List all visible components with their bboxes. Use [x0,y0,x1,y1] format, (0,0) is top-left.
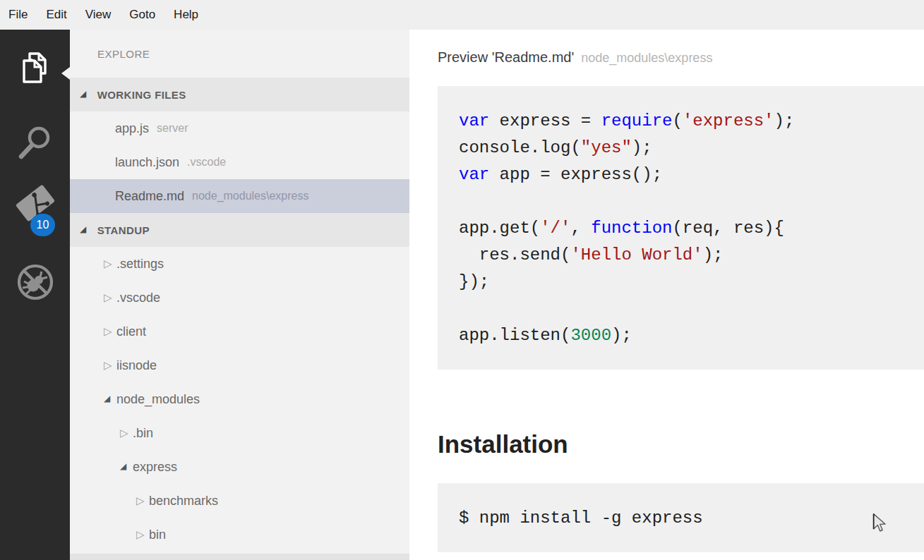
activity-bar: 10 [0,30,70,560]
twisty-collapsed-icon: ▷ [136,494,149,507]
no-bug-debug-icon [16,262,55,305]
menu-item-file[interactable]: File [8,0,28,30]
shell-command: $ npm install -g express [459,509,703,528]
folder-name: .settings [116,257,164,272]
code-line: var app = express(); [459,162,924,188]
tree-item-benchmarks[interactable]: ▷benchmarks [70,484,409,518]
twisty-collapsed-icon: ▷ [104,325,116,338]
tree-item-.vscode[interactable]: ▷.vscode [70,281,409,315]
explorer-sidebar: EXPLORE ◢ WORKING FILES app.jsserverlaun… [70,30,409,560]
twisty-collapsed-icon: ▷ [104,257,116,270]
code-lines: var express = require('express');console… [459,108,924,349]
active-view-arrow-icon [61,67,70,80]
file-path-detail: node_modules\express [192,190,308,202]
sidebar-horizontal-scrollbar[interactable] [70,554,409,560]
section-header-standup[interactable]: ◢ STANDUP [70,213,409,247]
working-files-list: app.jsserverlaunch.json.vscodeReadme.mdn… [70,111,409,213]
code-line [459,188,924,215]
tree-item-bin[interactable]: ▷bin [70,518,409,552]
file-name: launch.json [115,155,179,170]
mouse-cursor-icon [871,512,889,536]
folder-name: node_modules [116,392,200,407]
menu-item-help[interactable]: Help [174,0,198,30]
tree-item-express[interactable]: ◢express [70,450,409,484]
twisty-collapsed-icon: ▷ [104,359,116,372]
folder-tree: ▷.settings▷.vscode▷client▷iisnode◢node_m… [70,247,409,552]
code-line: }); [459,269,924,296]
code-line [459,296,924,322]
file-name: Readme.md [115,189,184,204]
tree-item-iisnode[interactable]: ▷iisnode [70,348,409,382]
folder-name: bin [149,528,166,542]
tree-item-.bin[interactable]: ▷.bin [70,416,409,450]
git-pending-changes-badge: 10 [30,214,55,236]
file-item-app.js[interactable]: app.jsserver [70,111,409,145]
twisty-collapsed-icon: ▷ [120,427,133,439]
menu-item-view[interactable]: View [85,0,112,30]
code-line: app.get('/', function(req, res){ [459,215,924,242]
folder-name: .bin [133,426,153,441]
twisty-collapsed-icon: ▷ [104,291,116,304]
folder-name: client [116,324,146,339]
folder-name: .vscode [116,291,160,305]
file-item-Readme.md[interactable]: Readme.mdnode_modules\express [70,179,409,213]
code-line: console.log("yes"); [459,135,924,162]
sidebar-title: EXPLORE [70,30,409,78]
search-icon [17,124,54,165]
shell-code-block: $ npm install -g express [438,483,924,552]
preview-title-text: Preview 'Readme.md' [438,49,574,65]
preview-title: Preview 'Readme.md'node_modules\express [438,49,712,66]
activity-item-explorer[interactable] [0,49,70,89]
code-line: res.send('Hello World'); [459,242,924,269]
code-line: var express = require('express'); [459,108,924,135]
tree-item-client[interactable]: ▷client [70,315,409,348]
editor-pane: Preview 'Readme.md'node_modules\express … [409,30,924,560]
menu-bar: FileEditViewGotoHelp [0,0,924,30]
code-line: app.listen(3000); [459,322,924,349]
tree-item-node_modules[interactable]: ◢node_modules [70,382,409,416]
folder-name: iisnode [116,358,157,373]
twisty-expanded-icon: ◢ [80,224,87,234]
folder-name: express [133,460,177,475]
menu-item-edit[interactable]: Edit [46,0,66,30]
section-label: STANDUP [97,224,150,236]
file-item-launch.json[interactable]: launch.json.vscode [70,145,409,179]
markdown-heading: Installation [438,429,568,460]
twisty-expanded-icon: ◢ [80,89,87,99]
twisty-expanded-icon: ◢ [104,394,116,403]
file-path-detail: server [157,122,188,135]
file-name: app.js [115,121,149,136]
folder-name: benchmarks [149,494,218,509]
tree-item-.settings[interactable]: ▷.settings [70,247,409,281]
files-icon [18,49,52,89]
code-block: var express = require('express');console… [438,86,924,370]
vscode-window: FileEditViewGotoHelp [0,0,924,560]
file-path-detail: .vscode [187,156,226,169]
preview-title-path: node_modules\express [581,51,712,65]
twisty-expanded-icon: ◢ [120,461,133,471]
menu-item-goto[interactable]: Goto [129,0,155,30]
activity-item-search[interactable] [0,125,70,164]
section-label: WORKING FILES [97,89,186,101]
activity-item-debug[interactable] [0,264,70,303]
twisty-collapsed-icon: ▷ [136,528,149,541]
section-header-working-files[interactable]: ◢ WORKING FILES [70,78,409,111]
